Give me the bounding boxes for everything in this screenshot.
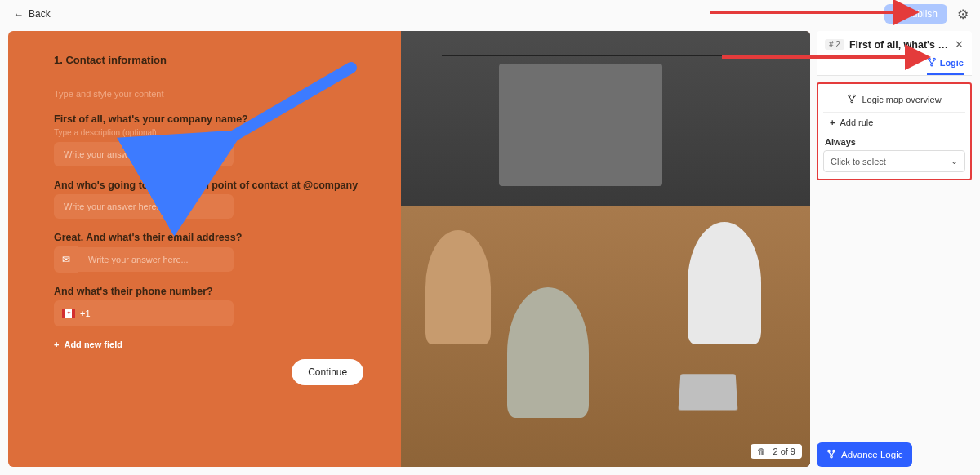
gear-icon: ⚙ [957, 7, 969, 22]
logic-map-label: Logic map overview [862, 95, 941, 104]
svg-point-0 [928, 58, 930, 60]
phone-country-code: +1 [80, 309, 91, 318]
svg-point-6 [828, 450, 831, 452]
back-button[interactable]: ← Back [8, 5, 56, 24]
svg-point-5 [851, 100, 853, 103]
publish-button[interactable]: ▷ Publish [884, 4, 947, 24]
continue-button[interactable]: Continue [292, 359, 363, 385]
question-phone: And what's their phone number? +1 [54, 286, 362, 326]
logic-branch-icon [927, 57, 937, 69]
select-placeholder: Click to select [831, 157, 886, 166]
delete-page-button[interactable]: 🗑 [757, 446, 766, 456]
question-contact-person: And who's going to be our main point of … [54, 180, 362, 219]
flag-canada-icon [62, 309, 75, 318]
page-counter: 2 of 9 [773, 446, 795, 456]
chevron-down-icon: ⌄ [951, 156, 958, 166]
add-rule-button[interactable]: + Add rule [823, 113, 965, 132]
plus-icon: + [54, 340, 59, 349]
settings-button[interactable]: ⚙ [954, 5, 972, 23]
question-label[interactable]: And what's their phone number? [54, 286, 362, 297]
content-hint[interactable]: Type and style your content [54, 89, 362, 99]
sidebar-header: # 2 First of all, what's your c… ✕ Logic [817, 31, 972, 76]
add-new-field-button[interactable]: + Add new field [54, 340, 362, 349]
question-label[interactable]: First of all, what's your company name? [54, 113, 362, 125]
question-label[interactable]: And who's going to be our main point of … [54, 180, 362, 191]
right-sidebar: # 2 First of all, what's your c… ✕ Logic… [817, 31, 972, 467]
logic-tab-label: Logic [940, 58, 964, 68]
sidebar-question-title: First of all, what's your c… [849, 39, 950, 51]
logic-panel: Logic map overview + Add rule Always Cli… [817, 82, 972, 180]
svg-point-2 [930, 64, 933, 66]
section-title[interactable]: 1. Contact information [54, 54, 362, 66]
tab-logic[interactable]: Logic [927, 57, 964, 75]
advance-logic-button[interactable]: Advance Logic [817, 442, 912, 467]
question-company-name: First of all, what's your company name? … [54, 113, 362, 166]
email-icon: ✉ [54, 246, 78, 273]
logic-map-overview-button[interactable]: Logic map overview [823, 89, 965, 113]
cover-image: 🗑 2 of 9 [401, 31, 810, 467]
plus-icon: + [830, 118, 835, 127]
svg-point-7 [833, 450, 835, 452]
logic-branch-icon [826, 449, 836, 460]
back-label: Back [29, 8, 51, 20]
question-number-chip: # 2 [825, 39, 844, 50]
phone-input[interactable]: +1 [54, 300, 234, 326]
email-input[interactable] [78, 247, 234, 272]
advance-logic-label: Advance Logic [841, 450, 902, 459]
question-label[interactable]: Great. And what's their email address? [54, 232, 362, 243]
add-rule-label: Add rule [840, 118, 873, 127]
close-sidebar-button[interactable]: ✕ [955, 38, 964, 51]
company-name-input[interactable] [54, 142, 234, 166]
add-field-label: Add new field [64, 340, 122, 349]
arrow-left-icon: ← [13, 8, 24, 20]
logic-branch-icon [847, 94, 857, 105]
page-indicator-badge: 🗑 2 of 9 [751, 444, 802, 459]
contact-person-input[interactable] [54, 194, 234, 219]
svg-point-3 [849, 95, 851, 97]
svg-point-4 [853, 95, 856, 97]
form-pane: 1. Contact information Type and style yo… [8, 31, 401, 467]
always-target-select[interactable]: Click to select ⌄ [823, 150, 965, 172]
play-icon: ▷ [894, 8, 902, 20]
always-section-label: Always [823, 132, 965, 150]
svg-point-1 [933, 58, 935, 60]
question-email: Great. And what's their email address? ✉ [54, 232, 362, 273]
form-canvas: 1. Contact information Type and style yo… [8, 31, 810, 467]
svg-point-8 [831, 455, 833, 458]
publish-label: Publish [906, 8, 938, 20]
question-description-hint[interactable]: Type a description (optional) [54, 128, 362, 137]
